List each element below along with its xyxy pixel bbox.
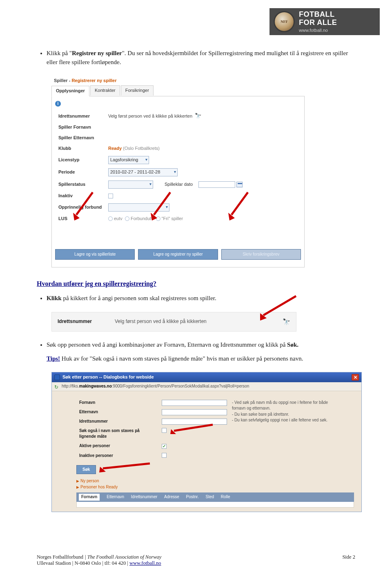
- red-arrow-checkbox: [168, 423, 217, 439]
- nff-logo: NFF: [274, 11, 295, 32]
- link-personer-hos[interactable]: Personer hos Ready: [80, 485, 118, 489]
- banner-line1: FOTBALL: [299, 11, 337, 19]
- form-title: Spiller - Registrerer ny spiller: [51, 76, 305, 86]
- svg-line-8: [174, 425, 213, 431]
- bullet-3: Søk opp personen ved å angi kombinasjone…: [47, 341, 355, 363]
- btn-forsikringsbrev[interactable]: Skriv forsikringsbrev: [221, 249, 301, 260]
- klubb-value: Ready: [108, 146, 122, 151]
- p3-pre: Søk opp personen ved å angi kombinasjone…: [47, 341, 287, 348]
- sok-button[interactable]: Søk: [76, 465, 96, 475]
- svg-line-0: [76, 192, 93, 215]
- calendar-icon[interactable]: [236, 182, 243, 187]
- banner-text: FOTBALL FOR ALLE www.fotball.no: [299, 11, 337, 33]
- link-ny-person[interactable]: Ny person: [80, 479, 99, 483]
- banner-line2: FOR ALLE: [299, 19, 337, 27]
- close-button[interactable]: ✕: [352, 374, 359, 381]
- bullet-list-2: Klikk på kikkert for å angi personen som…: [37, 294, 355, 303]
- footer-org-en: | The Football Association of Norway: [83, 554, 161, 560]
- footer-addr: Ullevaal Stadion | N-0840 Oslo | tlf: 04…: [37, 560, 129, 566]
- p2-rest: på kikkert for å angi personen som skal …: [62, 295, 216, 301]
- col-sted[interactable]: Sted: [205, 494, 214, 500]
- tab-forsikringer[interactable]: Forsikringer: [121, 85, 154, 96]
- bullet-list-1: Klikk på "Registrer ny spiller". Du ser …: [37, 49, 355, 67]
- input-fornavn[interactable]: [162, 400, 227, 406]
- col-rolle[interactable]: Rolle: [221, 494, 230, 500]
- inaktiv-checkbox[interactable]: [108, 194, 113, 198]
- hint-b: - Du kan søke bare på idrettsnr.: [232, 412, 334, 418]
- page-footer: Norges Fotballforbund | The Football Ass…: [37, 554, 355, 566]
- label-search-lignende: Søk også i navn som staves på lignende m…: [77, 427, 159, 441]
- footer-link[interactable]: www.fotball.no: [129, 560, 161, 566]
- triangle-icon: ▶: [76, 479, 79, 483]
- p1-pre: Klikk på ": [47, 50, 72, 56]
- heading-how-to-register[interactable]: Hvordan utfører jeg en spillerregistreri…: [37, 279, 355, 288]
- tab-kontrakter[interactable]: Kontrakter: [90, 85, 120, 96]
- red-arrow-1: [68, 190, 101, 223]
- idretts-hint: Velg først person ved å klikke på kikker…: [108, 114, 192, 118]
- result-empty: [76, 502, 354, 508]
- chk-lignende[interactable]: [162, 428, 167, 433]
- label-spilleklar-dato: Spilleklar dato: [165, 182, 193, 187]
- result-header: Fornavn Etternavn Idrettsnummer Adresse …: [76, 492, 354, 502]
- col-postnr[interactable]: Postnr.: [186, 494, 199, 500]
- label-idrettsnummer: Idrettsnummer: [56, 111, 105, 122]
- triangle-icon-2: ▶: [76, 485, 79, 489]
- dialog-links: ▶Ny person ▶Personer hos Ready: [76, 478, 354, 490]
- col-etternavn[interactable]: Etternavn: [107, 494, 124, 500]
- lus-radio-b[interactable]: [125, 216, 129, 221]
- info-icon[interactable]: i: [55, 101, 61, 107]
- col-adresse[interactable]: Adresse: [164, 494, 179, 500]
- p2-bold: Klikk: [47, 295, 62, 301]
- dialog-titlebar: Søk etter person -- Dialogboks for websi…: [52, 372, 361, 382]
- chk-inaktive[interactable]: [162, 453, 167, 458]
- klubb-subtext: (Oslo Fotballkrets): [123, 146, 160, 151]
- label-periode: Periode: [56, 167, 105, 178]
- p3-bold: Søk.: [287, 341, 298, 348]
- form-tabs: Opplysninger Kontrakter Forsikringer: [51, 85, 305, 96]
- brand-banner: NFF FOTBALL FOR ALLE www.fotball.no: [270, 8, 380, 35]
- search-fields: Fornavn - Ved søk på navn må du oppgi no…: [76, 398, 337, 462]
- svg-line-2: [154, 192, 170, 215]
- btn-lagre-ny[interactable]: Lagre og registrer ny spiller: [138, 249, 218, 260]
- red-arrow-sok: [97, 461, 154, 474]
- label-search-idretts: Idrettsnummer: [77, 417, 159, 426]
- label-search-etternavn: Etternavn: [77, 408, 159, 417]
- dialog-addressbar: ↻ http://fiks.makingwaves.no:9000/Fogsfo…: [52, 382, 361, 391]
- licenstyp-select[interactable]: Lagsforsikring: [108, 156, 149, 164]
- dialog-url: http://fiks.makingwaves.no:9000/Fogsfore…: [62, 383, 249, 390]
- hint-c: - Du kan selvfølgelig oppgi noe i alle f…: [232, 417, 334, 423]
- form-buttons: Lagre og vis spillerliste Lagre og regis…: [55, 249, 301, 260]
- label-licenstyp: Licenstyp: [56, 154, 105, 166]
- bullet-list-3: Søk opp personen ved å angi kombinasjone…: [37, 341, 355, 363]
- svg-line-6: [263, 296, 296, 315]
- tab-opplysninger[interactable]: Opplysninger: [51, 86, 89, 96]
- tips-link[interactable]: Tips!: [47, 355, 60, 362]
- svg-line-10: [103, 463, 150, 468]
- chk-aktive[interactable]: [162, 444, 167, 449]
- input-etternavn[interactable]: [162, 409, 227, 415]
- p4-rest: Huk av for "Søk også i navn som staves p…: [60, 355, 303, 362]
- lus-radio-a[interactable]: [108, 216, 113, 221]
- bullet-1: Klikk på "Registrer ny spiller". Du ser …: [47, 49, 355, 67]
- spilleklar-input[interactable]: [198, 181, 235, 188]
- periode-select[interactable]: 2010-02-27 - 2011-02-28: [108, 168, 178, 176]
- p1-bold: Registrer ny spiller: [72, 50, 122, 56]
- binoculars-icon[interactable]: 🔭: [195, 113, 201, 119]
- bullet-2: Klikk på kikkert for å angi personen som…: [47, 294, 355, 303]
- banner-url: www.fotball.no: [299, 28, 337, 33]
- hint-a: - Ved søk på navn må du oppgi noe i felt…: [232, 400, 334, 412]
- col-fornavn[interactable]: Fornavn: [79, 494, 100, 501]
- dialog-title: Søk etter person -- Dialogboks for websi…: [62, 374, 154, 381]
- label-search-aktive: Aktive personer: [77, 442, 159, 451]
- form-title-b: Registrerer ny spiller: [71, 78, 116, 83]
- page-number: Side 2: [342, 554, 355, 560]
- status-select[interactable]: [108, 180, 153, 189]
- refresh-icon[interactable]: ↻: [54, 384, 60, 390]
- col-idretts[interactable]: Idrettsnummer: [131, 494, 157, 500]
- btn-lagre-vis[interactable]: Lagre og vis spillerliste: [55, 249, 135, 260]
- form-body: i Idrettsnummer Velg først person ved å …: [51, 96, 305, 267]
- label-search-inaktive: Inaktive personer: [77, 452, 159, 461]
- svg-line-4: [232, 192, 248, 215]
- ie-icon: [54, 374, 60, 380]
- form-title-a: Spiller -: [54, 78, 71, 83]
